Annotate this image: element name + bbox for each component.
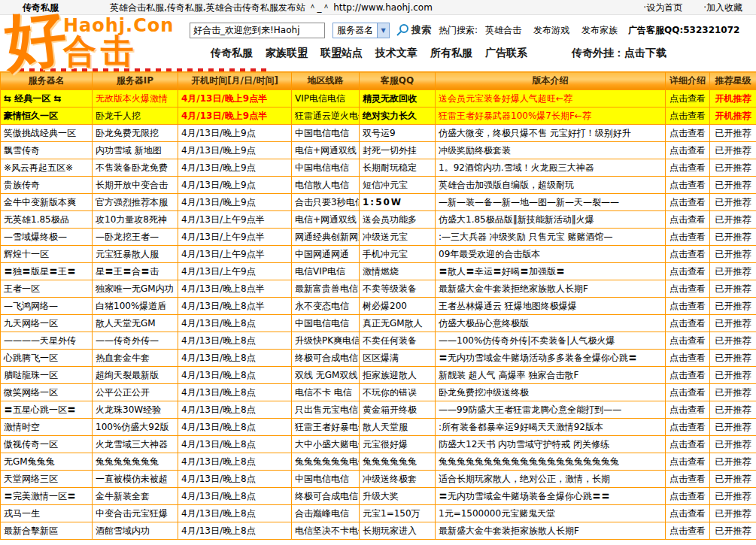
server-name-link[interactable]: 王者一区 xyxy=(1,280,93,298)
detail-link[interactable]: 点击查看 xyxy=(666,142,710,159)
site-logo[interactable]: 好 Haohj.Con 合击 xyxy=(5,11,190,69)
detail-link[interactable]: 点击查看 xyxy=(666,194,710,211)
hot-search-link-0[interactable]: 英雄合击 xyxy=(485,24,521,37)
detail-link[interactable]: 点击查看 xyxy=(666,401,710,419)
version-desc-link[interactable]: 冲级奖励终极套装 xyxy=(436,142,666,159)
server-name-link[interactable]: 激情时空 xyxy=(1,419,93,436)
chevron-down-icon[interactable]: ▼ xyxy=(377,23,389,38)
server-name-link[interactable]: ※风云再起五区※ xyxy=(1,159,93,177)
detail-link[interactable]: 点击查看 xyxy=(666,471,710,488)
server-name-link[interactable]: 天堂网络三区 xyxy=(1,471,93,488)
server-name-link[interactable]: 傲视传奇一区 xyxy=(1,436,93,453)
line-info: 大中小盛大赌电信 xyxy=(292,436,360,453)
detail-link[interactable]: 点击查看 xyxy=(666,107,710,125)
detail-link[interactable]: 点击查看 xyxy=(666,350,710,367)
detail-link[interactable]: 点击查看 xyxy=(666,453,710,471)
nav-link-1[interactable]: 家族联盟 xyxy=(266,47,308,60)
nav-link-5[interactable]: 广告联系 xyxy=(485,47,527,60)
nav-link-0[interactable]: 传奇私服 xyxy=(211,47,253,60)
version-desc-link[interactable]: 仿盛大1.85极品版‖新技能新活动‖火爆 xyxy=(436,211,666,229)
version-desc-link[interactable]: 适合长期玩家散人，绝对公正，激情，长期 xyxy=(436,471,666,488)
version-desc-link[interactable]: 09年最受欢迎的合击版本 xyxy=(436,246,666,263)
server-name-link[interactable]: 〓独〓版星〓王〓 xyxy=(1,263,93,280)
nav-link-4[interactable]: 所有私服 xyxy=(430,47,472,60)
version-desc-link[interactable]: 送会员元宝装备好爆人气超旺←荐 xyxy=(436,90,666,107)
nav-link-2[interactable]: 联盟站点 xyxy=(320,47,363,60)
detail-link[interactable]: 点击查看 xyxy=(666,436,710,453)
search-icon[interactable] xyxy=(396,23,410,38)
version-desc-link[interactable]: :—三大兵器 冲级奖励 只售元宝 赌赌酒馆— xyxy=(436,229,666,246)
hot-search-link-1[interactable]: 发布游戏 xyxy=(533,24,569,37)
search-input[interactable] xyxy=(190,23,325,38)
server-name-link[interactable]: 心跳腾飞一区 xyxy=(1,350,93,367)
detail-link[interactable]: 点击查看 xyxy=(666,298,710,315)
version-desc-link[interactable]: 最新盛大金牛套装拒绝家族散人长期F xyxy=(436,280,666,298)
version-desc-link[interactable]: 卧龙免费挖冲级送终极 xyxy=(436,384,666,401)
detail-link[interactable]: 点击查看 xyxy=(666,177,710,194)
detail-link[interactable]: 点击查看 xyxy=(666,367,710,384)
server-name-link[interactable]: 〓完美激情一区〓 xyxy=(1,488,93,505)
server-name-link[interactable]: —雪域爆终极— xyxy=(1,229,93,246)
plugin-download-link[interactable]: 传奇外挂：点击下载 xyxy=(572,47,666,60)
set-home-link[interactable]: ·设为首页 xyxy=(643,0,682,15)
version-desc-link[interactable]: —新—装—备—新—地—图—新—天—裂—— xyxy=(436,194,666,211)
detail-link[interactable]: 点击查看 xyxy=(666,280,710,298)
detail-link[interactable]: 点击查看 xyxy=(666,419,710,436)
qq-info: 送会员功能多 xyxy=(360,211,436,229)
search-type-select[interactable]: 服务器名 ▼ xyxy=(332,23,390,38)
version-desc-link[interactable]: 英雄合击加强版自编版，超级耐玩 xyxy=(436,177,666,194)
version-desc-link[interactable]: 兔兔兔兔兔兔兔兔兔兔兔兔兔兔兔兔兔兔兔兔 xyxy=(436,453,666,471)
star-level: 已开推荐 xyxy=(710,522,756,540)
detail-link[interactable]: 点击查看 xyxy=(666,90,710,107)
server-name-link[interactable]: ————天星外传 xyxy=(1,332,93,350)
server-name-link[interactable]: 辉煌十一区 xyxy=(1,246,93,263)
detail-link[interactable]: 点击查看 xyxy=(666,384,710,401)
server-name-link[interactable]: 微笑网络一区 xyxy=(1,384,93,401)
version-desc-link[interactable]: 1。92酒馆内功.雪域！火龙殿三大神器 xyxy=(436,159,666,177)
version-desc-link[interactable]: 仿盛大微变，终极只爆不售 元宝好打！级别好升 xyxy=(436,125,666,142)
add-favorite-link[interactable]: ·加入收藏 xyxy=(703,0,742,15)
nav-link-3[interactable]: 技术文章 xyxy=(375,47,417,60)
detail-link[interactable]: 点击查看 xyxy=(666,522,710,540)
detail-link[interactable]: 点击查看 xyxy=(666,125,710,142)
ad-contact-qq: 广告客服QQ:532321072 xyxy=(628,24,739,37)
server-name-link[interactable]: 〓五星心跳一区〓 xyxy=(1,401,93,419)
detail-link[interactable]: 点击查看 xyxy=(666,315,710,332)
detail-link[interactable]: 点击查看 xyxy=(666,159,710,177)
server-name-link[interactable]: 飘雪传奇 xyxy=(1,142,93,159)
server-name-link[interactable]: ⇆ 经典一区 ⇆ xyxy=(1,90,93,107)
server-name-link[interactable]: 九天网络一区 xyxy=(1,315,93,332)
version-desc-link[interactable]: 1元=1500000元宝赌鬼天堂 xyxy=(436,505,666,522)
version-desc-link[interactable]: 新靓装 超人气 高爆率 独家合击散F xyxy=(436,367,666,384)
detail-link[interactable]: 点击查看 xyxy=(666,211,710,229)
server-name-link[interactable]: 最新合擊新區 xyxy=(1,522,93,540)
detail-link[interactable]: 点击查看 xyxy=(666,246,710,263)
hot-search-link-2[interactable]: 发布家族 xyxy=(581,24,618,37)
version-desc-link[interactable]: 王者丛林爆通云 狂爆地图终极爆爆 xyxy=(436,298,666,315)
detail-link[interactable]: 点击查看 xyxy=(666,229,710,246)
version-desc-link[interactable]: 最新盛大金牛套装拒家族散人长期F xyxy=(436,522,666,540)
server-name-link[interactable]: 戎马一生 xyxy=(1,505,93,522)
version-desc-link[interactable]: 〓无内功雪域金牛赌场活动多多装备全爆你心跳〓 xyxy=(436,350,666,367)
detail-link[interactable]: 点击查看 xyxy=(666,488,710,505)
version-desc-link[interactable]: 狂雷王者好暴武器100%爆7长期F←荐 xyxy=(436,107,666,125)
version-desc-link[interactable]: 仿盛大极品心意终极版 xyxy=(436,315,666,332)
version-desc-link[interactable]: ——99防盛大王者狂雷龙腾心意全能打到—— xyxy=(436,401,666,419)
server-name-link[interactable]: 豪情恒久一区 xyxy=(1,107,93,125)
server-name-link[interactable]: 无英雄1.85极品 xyxy=(1,211,93,229)
detail-link[interactable]: 点击查看 xyxy=(666,263,710,280)
server-name-link[interactable]: 金牛中变新版本爽 xyxy=(1,194,93,211)
detail-link[interactable]: 点击查看 xyxy=(666,332,710,350)
version-desc-link[interactable]: :所有装备都暴幸运9好喝天天激情92版本 xyxy=(436,419,666,436)
server-name-link[interactable]: 笑傲挑战经典一区 xyxy=(1,125,93,142)
version-desc-link[interactable]: 〓散人〓幸运〓好喝〓加强版〓 xyxy=(436,263,666,280)
detail-link[interactable]: 点击查看 xyxy=(666,505,710,522)
version-desc-link[interactable]: 〓无内功雪域金牛赌场装备全爆你心跳〓〓 xyxy=(436,488,666,505)
server-name-link[interactable]: —飞鸿网络— xyxy=(1,298,93,315)
version-desc-link[interactable]: ——100%仿传奇外传|不卖装备|人气极火爆 xyxy=(436,332,666,350)
server-name-link[interactable]: 贵族传奇 xyxy=(1,177,93,194)
server-name-link[interactable]: 腊哒龍珠一区 xyxy=(1,367,93,384)
version-desc-link[interactable]: 防盛大12天书 内功雪域守护特戒 闭关修练 xyxy=(436,436,666,453)
server-name-link[interactable]: 无GM兔兔兔 xyxy=(1,453,93,471)
search-button[interactable]: 搜索 xyxy=(411,23,431,37)
